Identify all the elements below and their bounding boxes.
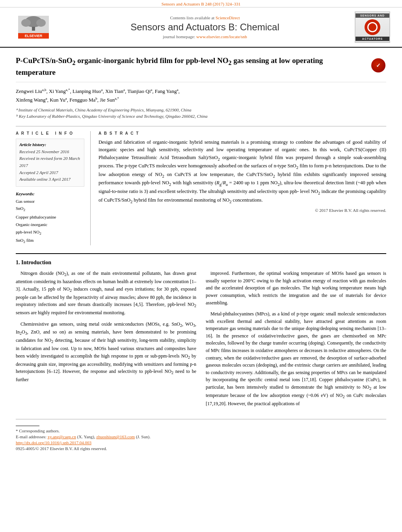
crossmark-icon: ✓ — [371, 58, 385, 72]
intro-para-1: Nitrogen dioxide (NO2), as one of the ma… — [16, 270, 196, 316]
journal-citation-bar: Sensors and Actuators B 248 (2017) 324–3… — [0, 0, 402, 7]
keyword-6: SnO2 film — [16, 237, 84, 245]
svg-rect-2 — [32, 27, 35, 31]
intro-para-3: improved. Furthermore, the optimal worki… — [206, 270, 386, 306]
author-xiyang: Xi Yanga,* — [49, 88, 70, 94]
article-title-section: P-CuPcTS/n-SnO2 organic-inorganic hybrid… — [16, 56, 386, 82]
email1-name: (X. Yang), — [77, 434, 95, 439]
affiliations: ᵃ Institute of Chemical Materials, China… — [16, 107, 386, 120]
sensors-actuators-logo: SENSORS AND ACTUATORS — [355, 11, 390, 43]
footer-divider — [16, 426, 39, 426]
sensors-label: SENSORS AND — [355, 13, 389, 18]
history-label: Article history: — [19, 142, 81, 147]
author-lianping: Lianping Huoa — [73, 88, 103, 94]
journal-header: ELSEVIER Contents lists available at Sci… — [0, 7, 402, 48]
keyword-3: Copper phthalocyanine — [16, 213, 84, 221]
sensors-logo-inner: SENSORS AND ACTUATORS — [355, 12, 389, 42]
author-zengwei: Zengwei Liua,b — [16, 88, 47, 94]
article-info-label: A R T I C L E I N F O — [16, 131, 84, 135]
intro-left-col: Nitrogen dioxide (NO2), as one of the ma… — [16, 270, 196, 411]
sciencedirect-link[interactable]: ScienceDirect — [216, 15, 240, 20]
affiliation-b: ᵇ Key Laboratory of Rubber-Plastics, Qin… — [16, 113, 386, 120]
author-tianjiao: Tianjiao Qia — [127, 88, 152, 94]
article-info-abstract-section: A R T I C L E I N F O Article history: R… — [16, 126, 386, 245]
homepage-prefix: journal homepage: — [163, 34, 195, 39]
author-xinfeng: Xinfeng Wanga — [16, 97, 47, 103]
page-footer: * Corresponding authors. E-mail addresse… — [16, 419, 386, 451]
author-kun: Kun Yua — [50, 97, 67, 103]
author-fang: Fang Yanga — [155, 88, 179, 94]
corresponding-label: * Corresponding authors. — [16, 428, 60, 433]
crossmark-badge[interactable]: ✓ — [370, 57, 386, 73]
email-label: E-mail addresses: — [16, 434, 47, 439]
intro-right-col: improved. Furthermore, the optimal worki… — [206, 270, 386, 411]
article-history-box: Article history: Received 25 November 20… — [16, 139, 84, 187]
contents-available-line: Contents lists available at ScienceDirec… — [55, 15, 355, 20]
email-line: E-mail addresses: xy.ang@caep.cn (X. Yan… — [16, 434, 386, 439]
section-title: 1. Introduction — [16, 260, 386, 266]
doi-link[interactable]: http://dx.doi.org/10.1016/j.snb.2017.04.… — [16, 440, 91, 445]
homepage-link[interactable]: www.elsevier.com/locate/snb — [196, 34, 247, 39]
keyword-4: Organic-inorganic — [16, 221, 84, 228]
revised-date: Received in revised form 20 March 2017 — [19, 155, 81, 169]
email2-link[interactable]: zhuoshisun@163.com — [96, 434, 135, 439]
journal-citation: Sensors and Actuators B 248 (2017) 324–3… — [162, 2, 240, 6]
corresponding-authors-note: * Corresponding authors. — [16, 428, 386, 433]
article-title: P-CuPcTS/n-SnO2 organic-inorganic hybrid… — [16, 56, 370, 78]
journal-title: Sensors and Actuators B: Chemical — [55, 22, 355, 33]
accepted-date: Accepted 2 April 2017 — [19, 169, 81, 176]
received-date: Received 25 November 2016 — [19, 148, 81, 156]
keywords-label: Keywords: — [16, 191, 84, 196]
elsevier-logo: ELSEVIER — [12, 16, 55, 39]
elsevier-image: ELSEVIER — [18, 16, 49, 39]
svg-point-4 — [36, 19, 46, 27]
email2-name: (J. Sun). — [136, 434, 151, 439]
authors-section: Zengwei Liua,b, Xi Yanga,*, Lianping Huo… — [16, 87, 386, 120]
journal-homepage: journal homepage: www.elsevier.com/locat… — [55, 34, 355, 39]
keyword-1: Gas sensor — [16, 198, 84, 205]
keyword-2: SnO2 — [16, 205, 84, 213]
main-content: P-CuPcTS/n-SnO2 organic-inorganic hybrid… — [0, 48, 402, 460]
elsevier-label: ELSEVIER — [18, 33, 49, 39]
keywords-list: Gas sensor SnO2 Copper phthalocyanine Or… — [16, 198, 84, 245]
author-fengguo: Fengguo Mab — [69, 97, 97, 103]
email1-link[interactable]: xy.ang@caep.cn — [48, 434, 76, 439]
doi-line: http://dx.doi.org/10.1016/j.snb.2017.04.… — [16, 440, 386, 445]
authors-line: Zengwei Liua,b, Xi Yanga,*, Lianping Huo… — [16, 87, 386, 104]
left-column: A R T I C L E I N F O Article history: R… — [16, 131, 91, 245]
contents-text: Contents lists available at — [170, 15, 214, 20]
actuators-label: ACTUATORS — [355, 37, 389, 41]
svg-point-3 — [21, 19, 31, 27]
author-xin: Xin Tiana — [105, 88, 125, 94]
copyright-line: © 2017 Elsevier B.V. All rights reserved… — [99, 208, 386, 213]
abstract-label: A B S T R A C T — [99, 131, 386, 135]
intro-two-col: Nitrogen dioxide (NO2), as one of the ma… — [16, 270, 386, 411]
keyword-5: ppb-level NO2 — [16, 228, 84, 237]
journal-center: Contents lists available at ScienceDirec… — [55, 15, 355, 39]
introduction-section: 1. Introduction Nitrogen dioxide (NO2), … — [16, 253, 386, 411]
online-date: Available online 3 April 2017 — [19, 176, 81, 183]
issn-line: 0925-4005/© 2017 Elsevier B.V. All right… — [16, 446, 386, 451]
sensors-icon — [365, 19, 380, 35]
affiliation-a: ᵃ Institute of Chemical Materials, China… — [16, 107, 386, 113]
intro-para-4: Metal-phthalocyanines (MPcs), as a kind … — [206, 310, 386, 407]
right-column: A B S T R A C T Design and fabrication o… — [99, 131, 386, 245]
abstract-text: Design and fabrication of organic-inorga… — [99, 139, 386, 205]
keywords-box: Keywords: Gas sensor SnO2 Copper phthalo… — [16, 191, 84, 245]
elsevier-tree-icon — [18, 16, 49, 33]
author-jie: Jie Suna,* — [100, 97, 119, 103]
intro-para-2: Chemiresistive gas sensors, using metal … — [16, 321, 196, 384]
